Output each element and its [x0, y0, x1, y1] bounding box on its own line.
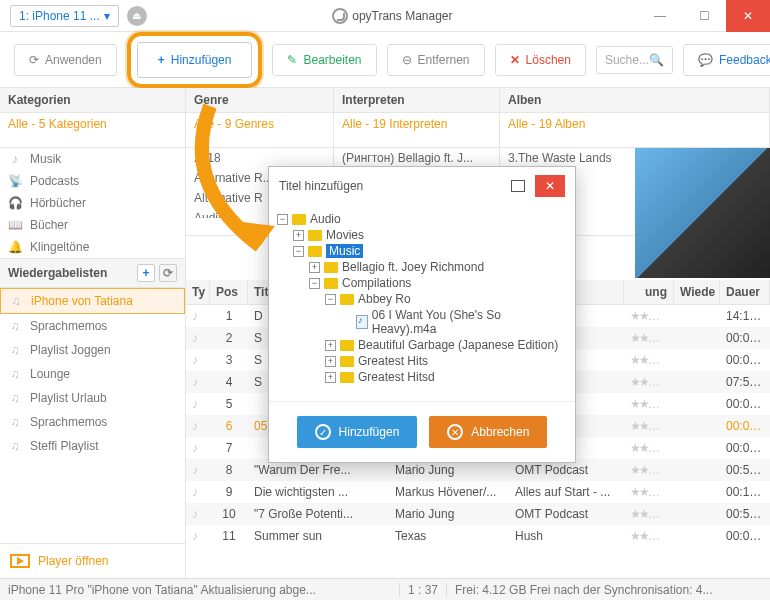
speech-icon: 💬: [698, 53, 713, 67]
expand-icon[interactable]: +: [309, 262, 320, 273]
expand-icon[interactable]: −: [309, 278, 320, 289]
playlist-item[interactable]: ♫Lounge: [0, 362, 185, 386]
folder-icon: [340, 356, 354, 367]
table-row[interactable]: ♪10"7 Große Potenti...Mario JungOMT Podc…: [186, 503, 770, 525]
expand-icon[interactable]: −: [277, 214, 288, 225]
category-item[interactable]: 🔔Klingeltöne: [0, 236, 185, 258]
tree-node[interactable]: −Compilations: [277, 275, 567, 291]
folder-icon: [308, 246, 322, 257]
tree-node[interactable]: +Greatest Hitsd: [277, 369, 567, 385]
playlist-item[interactable]: ♫iPhone von Tatiana: [0, 288, 185, 314]
category-icon: 🎧: [8, 196, 22, 210]
playlist-item[interactable]: ♫Sprachmemos: [0, 314, 185, 338]
table-row[interactable]: ♪9Die wichtigsten ...Markus Hövener/...A…: [186, 481, 770, 503]
x-icon: ✕: [510, 53, 520, 67]
genre-header: Genre: [186, 88, 333, 113]
playlist-sync-button[interactable]: ⟳: [159, 264, 177, 282]
plus-icon: +: [158, 53, 165, 67]
refresh-icon: ⟳: [29, 53, 39, 67]
category-item[interactable]: ♪Musik: [0, 148, 185, 170]
category-item[interactable]: 🎧Hörbücher: [0, 192, 185, 214]
expand-icon[interactable]: +: [325, 356, 336, 367]
tree-node[interactable]: −Audio: [277, 211, 567, 227]
expand-icon[interactable]: +: [325, 340, 336, 351]
status-bar: iPhone 11 Pro "iPhone von Tatiana" Aktua…: [0, 578, 770, 600]
player-open-button[interactable]: Player öffnen: [0, 543, 186, 578]
category-icon: ♪: [8, 152, 22, 166]
folder-icon: [292, 214, 306, 225]
playlist-icon: ♫: [8, 367, 22, 381]
search-icon: 🔍: [649, 53, 664, 67]
edit-button[interactable]: ✎Bearbeiten: [272, 44, 376, 76]
playlist-icon: ♫: [8, 391, 22, 405]
playlist-icon: ♫: [8, 319, 22, 333]
tree-node[interactable]: 06 I Want You (She's So Heavy).m4a: [277, 307, 567, 337]
folder-tree[interactable]: −Audio+Movies−Music+Bellagio ft. Joey Ri…: [269, 205, 575, 401]
folder-icon: [324, 262, 338, 273]
album-cover: [635, 148, 770, 278]
tree-node[interactable]: +Beautiful Garbage (Japanese Edition): [277, 337, 567, 353]
category-item[interactable]: 📡Podcasts: [0, 170, 185, 192]
file-icon: [356, 315, 368, 329]
folder-icon: [308, 230, 322, 241]
logo-icon: [332, 8, 348, 24]
check-icon: ✓: [315, 424, 331, 440]
expand-icon[interactable]: +: [325, 372, 336, 383]
genres-item[interactable]: 2018: [186, 148, 333, 168]
device-select[interactable]: 1: iPhone 11 ...▾: [10, 5, 119, 27]
category-icon: 📡: [8, 174, 22, 188]
album-all[interactable]: Alle - 19 Alben: [500, 113, 769, 135]
chevron-down-icon: ▾: [104, 9, 110, 23]
playlists-header: Wiedergabelisten + ⟳: [0, 258, 185, 288]
feedback-button[interactable]: 💬Feedback: [683, 44, 770, 76]
search-input[interactable]: Suche...🔍: [596, 46, 673, 74]
expand-icon[interactable]: +: [293, 230, 304, 241]
tree-node[interactable]: +Movies: [277, 227, 567, 243]
playlist-icon: ♫: [8, 415, 22, 429]
expand-icon[interactable]: −: [325, 294, 336, 305]
playlist-icon: ♫: [8, 439, 22, 453]
filter-row: Kategorien Alle - 5 Kategorien Genre All…: [0, 88, 770, 148]
categories-all[interactable]: Alle - 5 Kategorien: [0, 113, 185, 135]
playlist-item[interactable]: ♫Steffi Playlist: [0, 434, 185, 458]
table-row[interactable]: ♪11Summer sunTexasHush★★★★★00:04:...: [186, 525, 770, 547]
folder-icon: [340, 340, 354, 351]
dialog-title: Titel hinzufügen: [279, 179, 363, 193]
add-button[interactable]: +Hinzufügen: [137, 42, 253, 78]
genre-all[interactable]: Alle - 9 Genres: [186, 113, 333, 135]
minus-icon: ⊖: [402, 53, 412, 67]
category-icon: 🔔: [8, 240, 22, 254]
eject-button[interactable]: ⏏: [127, 6, 147, 26]
dialog-close[interactable]: ✕: [535, 175, 565, 197]
minimize-button[interactable]: —: [638, 0, 682, 32]
dialog-ok-button[interactable]: ✓Hinzufügen: [297, 416, 418, 448]
playlist-item[interactable]: ♫Playlist Urlaub: [0, 386, 185, 410]
playlist-icon: ♫: [8, 343, 22, 357]
dialog-cancel-button[interactable]: ✕Abbrechen: [429, 416, 547, 448]
maximize-button[interactable]: ☐: [682, 0, 726, 32]
pencil-icon: ✎: [287, 53, 297, 67]
tree-node[interactable]: +Bellagio ft. Joey Richmond: [277, 259, 567, 275]
expand-icon[interactable]: −: [293, 246, 304, 257]
delete-button[interactable]: ✕Löschen: [495, 44, 586, 76]
x-icon: ✕: [447, 424, 463, 440]
category-item[interactable]: 📖Bücher: [0, 214, 185, 236]
playlist-item[interactable]: ♫Sprachmemos: [0, 410, 185, 434]
artist-header: Interpreten: [334, 88, 499, 113]
artist-all[interactable]: Alle - 19 Interpreten: [334, 113, 499, 135]
artists-item[interactable]: (Рингтон) Bellagio ft. J...: [334, 148, 499, 168]
app-title: opyTrans Manager: [147, 8, 638, 24]
folder-icon: [340, 294, 354, 305]
close-button[interactable]: ✕: [726, 0, 770, 32]
tree-node[interactable]: −Abbey Ro: [277, 291, 567, 307]
apply-button[interactable]: ⟳Anwenden: [14, 44, 117, 76]
playlist-add-button[interactable]: +: [137, 264, 155, 282]
tree-node[interactable]: −Music: [277, 243, 567, 259]
toolbar: ⟳Anwenden +Hinzufügen ✎Bearbeiten ⊖Entfe…: [0, 32, 770, 88]
add-dialog: Titel hinzufügen ✕ −Audio+Movies−Music+B…: [268, 166, 576, 463]
tree-node[interactable]: +Greatest Hits: [277, 353, 567, 369]
dialog-maximize[interactable]: [511, 180, 525, 192]
category-icon: 📖: [8, 218, 22, 232]
playlist-item[interactable]: ♫Playlist Joggen: [0, 338, 185, 362]
remove-button[interactable]: ⊖Entfernen: [387, 44, 485, 76]
